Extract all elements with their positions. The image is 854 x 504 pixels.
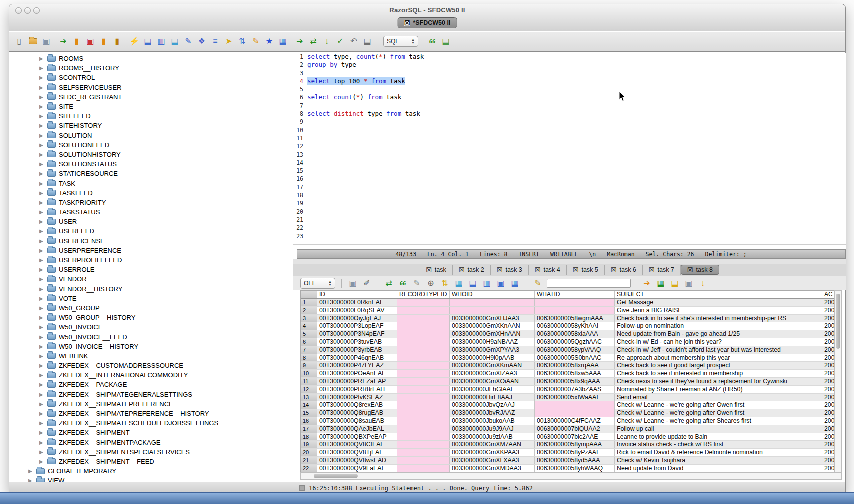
form-view-icon[interactable]: ▥	[482, 278, 492, 288]
tree-item-zkfedex__shipment__feed[interactable]: ▶ZKFEDEX__SHIPMENT__FEED	[10, 457, 292, 466]
limit-select[interactable]: OFF ▲▼	[300, 278, 336, 289]
table-row[interactable]: 2200T3000000QV9FaEAL0033000000GmXMDAA300…	[301, 465, 834, 473]
tab-close-icon[interactable]: ☒	[459, 267, 465, 274]
tab-close-icon[interactable]: ☒	[426, 267, 432, 274]
download-icon[interactable]: ↓	[322, 36, 332, 46]
disclosure-triangle-icon[interactable]: ▶	[40, 306, 44, 311]
disclosure-triangle-icon[interactable]: ▶	[40, 133, 44, 138]
result-tab-task-6[interactable]: ☒task 6	[605, 265, 643, 275]
tree-item-staticresource[interactable]: ▶STATICRESOURCE	[10, 169, 292, 178]
disclosure-triangle-icon[interactable]: ▶	[40, 440, 44, 446]
table-row[interactable]: 800T3000000P46qnEAB0033000000H9i0pAAB006…	[301, 354, 834, 362]
disclosure-triangle-icon[interactable]: ▶	[40, 411, 44, 416]
tree-item-solution[interactable]: ▶SOLUTION	[10, 131, 292, 140]
tree-item-w50_group__history[interactable]: ▶W50_GROUP__HISTORY	[10, 313, 292, 322]
tree-item-w50_group[interactable]: ▶W50_GROUP	[10, 304, 292, 313]
tab-close-icon[interactable]: ☒	[404, 20, 410, 26]
tab-close-icon[interactable]: ☒	[649, 267, 655, 274]
tab-close-icon[interactable]: ☒	[688, 267, 694, 274]
undo-icon[interactable]: ↶	[349, 36, 359, 46]
table-row[interactable]: 1000T3000000POeAnEAL0033000000GmXIZAA300…	[301, 370, 834, 378]
tree-item-user[interactable]: ▶USER	[10, 217, 292, 226]
disclosure-triangle-icon[interactable]: ▶	[28, 468, 34, 474]
swap-icon[interactable]: ⇄	[308, 36, 318, 46]
tree-item-vendor__history[interactable]: ▶VENDOR__HISTORY	[10, 284, 292, 294]
table-copy-icon[interactable]: ▦	[510, 278, 520, 288]
table-row[interactable]: 1700T3000000QAeJbEAL0033000000Ju9J9AAJ00…	[301, 426, 834, 434]
disclosure-triangle-icon[interactable]: ▶	[40, 315, 44, 320]
document-tab[interactable]: ☒ *SFDCW50 II	[398, 18, 458, 28]
table-refresh-icon[interactable]: ▦	[454, 278, 464, 288]
export-doc-icon[interactable]: ▥	[156, 36, 166, 46]
disclosure-triangle-icon[interactable]: ▶	[40, 171, 44, 176]
table-row[interactable]: 1400T3000000Q8rexEAB0033000000JbvQzAAJCh…	[301, 402, 834, 410]
tree-item-zkfedex__customaddresssource[interactable]: ▶ZKFEDEX__CUSTOMADDRESSSOURCE	[10, 361, 292, 370]
table-row[interactable]: 200T3000000L0RqSEAVGive Jenn a BIG RAISE…	[301, 307, 834, 315]
table-row[interactable]: 500T3000000P3N4pEAF0033000000GmXHnAAN006…	[301, 330, 834, 338]
refresh-results-icon[interactable]: ⇄	[384, 278, 394, 288]
disclosure-triangle-icon[interactable]: ▶	[40, 248, 44, 254]
sql-mode-select[interactable]: SQL ▲▼	[384, 36, 418, 47]
edit-sql-icon[interactable]: ✎	[251, 36, 261, 46]
db-generate-icon[interactable]: ▮	[99, 36, 109, 46]
checklist-icon[interactable]: ▤	[143, 36, 153, 46]
tree-item-scontrol[interactable]: ▶SCONTROL	[10, 73, 292, 82]
refresh-doc-icon[interactable]: ▤	[170, 36, 180, 46]
disclosure-triangle-icon[interactable]: ▶	[40, 372, 44, 378]
tree-item-zkfedex__shipment[interactable]: ▶ZKFEDEX__SHIPMENT	[10, 428, 292, 438]
hscroll-thumb[interactable]	[314, 474, 358, 478]
disclosure-triangle-icon[interactable]: ▶	[40, 392, 44, 398]
execute-lightning-icon[interactable]: ⚡	[130, 36, 140, 46]
column-header-ac[interactable]: AC	[822, 291, 835, 298]
tree-item-zkfedex__shipmatescheduledjobssettings[interactable]: ▶ZKFEDEX__SHIPMATESCHEDULEDJOBSSETTINGS	[10, 418, 292, 428]
table-row[interactable]: 100T3000000L0RknEAFGet Massage200	[301, 299, 834, 307]
disclosure-triangle-icon[interactable]: ▶	[40, 296, 44, 302]
quotes-66-icon[interactable]: 66	[428, 36, 438, 46]
tab-close-icon[interactable]: ☒	[535, 267, 541, 274]
go-next-icon[interactable]: ➔	[295, 36, 305, 46]
tree-item-zkfedex__package[interactable]: ▶ZKFEDEX__PACKAGE	[10, 380, 292, 390]
tab-close-icon[interactable]: ☒	[611, 267, 617, 274]
table-row[interactable]: 1100T3000000PREZaEAP0033000000GmXOiAAN00…	[301, 378, 834, 386]
tree-item-w50_invoice[interactable]: ▶W50_INVOICE	[10, 322, 292, 332]
table-row[interactable]: 1500T3000000Q8rugEAB0033000000JbvRJAAZCh…	[301, 410, 834, 418]
open-folder-icon[interactable]	[28, 36, 38, 46]
results-search-input[interactable]	[547, 279, 631, 288]
column-header-subject[interactable]: SUBJECT	[615, 291, 822, 298]
tree-item-view[interactable]: ▶VIEW	[10, 476, 292, 482]
compare-icon[interactable]: ≡	[210, 36, 220, 46]
sql-editor[interactable]: 1select type, count(*) from task2group b…	[294, 53, 846, 244]
result-tab-task-7[interactable]: ☒task 7	[643, 265, 681, 275]
tree-item-global-temporary[interactable]: ▶GLOBAL TEMPORARY	[10, 466, 292, 476]
disclosure-triangle-icon[interactable]: ▶	[40, 459, 44, 464]
disclosure-triangle-icon[interactable]: ▶	[40, 363, 44, 368]
disclosure-triangle-icon[interactable]: ▶	[40, 123, 44, 128]
quotes-66-icon[interactable]: 66	[398, 278, 408, 288]
disclosure-triangle-icon[interactable]: ▶	[40, 354, 44, 359]
tree-item-site[interactable]: ▶SITE	[10, 102, 292, 112]
disclosure-triangle-icon[interactable]: ▶	[40, 162, 44, 167]
result-tab-task[interactable]: ☒task	[420, 265, 453, 275]
result-tab-task-3[interactable]: ☒task 3	[491, 265, 529, 275]
tree-item-zkfedex__internationalcommodity[interactable]: ▶ZKFEDEX__INTERNATIONALCOMMODITY	[10, 370, 292, 380]
table-row[interactable]: 900T3000000P47LYEAZ0033000000GmXKmAAN006…	[301, 362, 834, 370]
disclosure-triangle-icon[interactable]: ▶	[40, 334, 44, 340]
tree-item-task[interactable]: ▶TASK	[10, 178, 292, 188]
column-header-id[interactable]: ID	[318, 291, 398, 298]
go-row-icon[interactable]: ➔	[642, 278, 652, 288]
disclosure-triangle-icon[interactable]: ▶	[40, 152, 44, 158]
save-grid-icon[interactable]: ▣	[684, 278, 694, 288]
results-list-icon[interactable]: ▤	[441, 36, 451, 46]
table-row[interactable]: 600T3000000P3tuvEAB0033000000H9aNBAAZ006…	[301, 338, 834, 346]
grid-hscrollbar[interactable]	[300, 472, 842, 480]
result-tab-task-5[interactable]: ☒task 5	[567, 265, 605, 275]
tree-item-sfdc_registrant[interactable]: ▶SFDC_REGISTRANT	[10, 92, 292, 102]
tree-item-w50_invoice__feed[interactable]: ▶W50_INVOICE__FEED	[10, 332, 292, 342]
disclosure-triangle-icon[interactable]: ▶	[40, 228, 44, 234]
tree-item-zkfedex__shipmentpackage[interactable]: ▶ZKFEDEX__SHIPMENTPACKAGE	[10, 438, 292, 448]
tab-close-icon[interactable]: ☒	[497, 267, 503, 274]
table-add-icon[interactable]: ▦	[656, 278, 666, 288]
disclosure-triangle-icon[interactable]: ▶	[40, 190, 44, 196]
tree-item-weblink[interactable]: ▶WEBLINK	[10, 352, 292, 361]
new-file-icon[interactable]: ▯	[14, 36, 24, 46]
